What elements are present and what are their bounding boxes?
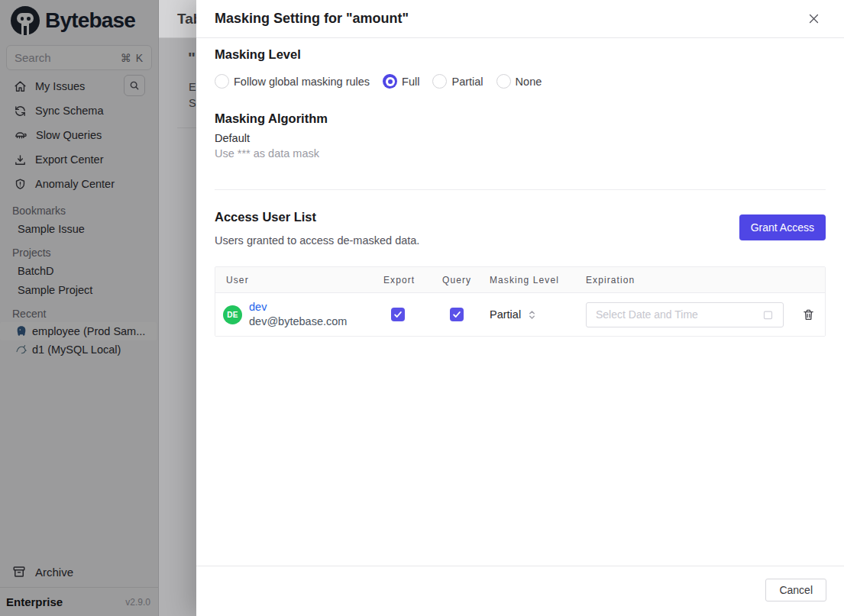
access-user-table: User Export Query Masking Level Expirati… <box>215 266 826 337</box>
close-icon <box>807 12 820 25</box>
radio-icon-selected[interactable] <box>383 74 397 89</box>
user-name-link[interactable]: dev <box>249 300 347 314</box>
column-header-query: Query <box>442 275 490 285</box>
column-header-export: Export <box>383 275 442 285</box>
export-checkbox[interactable] <box>391 308 405 321</box>
grant-access-button[interactable]: Grant Access <box>739 214 826 240</box>
underlying-page-header: Tab <box>159 0 196 38</box>
underlying-text-fragment: " <box>188 49 196 67</box>
radio-label: Partial <box>451 76 483 88</box>
table-row: DE dev dev@bytebase.com <box>215 293 825 336</box>
underlying-page-title-fragment: Tab <box>159 11 196 27</box>
dialog-title: Masking Setting for "amount" <box>215 11 409 27</box>
radio-label: None <box>516 76 542 88</box>
masking-level-value: Partial <box>490 308 521 321</box>
masking-setting-dialog: Masking Setting for "amount" Masking Lev… <box>196 0 844 616</box>
radio-follow-global[interactable]: Follow global masking rules <box>215 74 370 89</box>
avatar: DE <box>223 305 242 324</box>
dialog-footer: Cancel <box>196 566 844 616</box>
algorithm-description: Use *** as data mask <box>215 147 826 160</box>
radio-icon[interactable] <box>215 74 229 89</box>
modal-dim-overlay[interactable] <box>0 0 159 616</box>
algorithm-name: Default <box>215 132 826 144</box>
dialog-header: Masking Setting for "amount" <box>196 0 844 38</box>
column-header-user: User <box>226 275 383 285</box>
underlying-page-body: " E S <box>159 38 196 616</box>
expiration-date-input-wrap[interactable] <box>586 302 784 327</box>
check-icon <box>452 310 461 319</box>
radio-full[interactable]: Full <box>383 74 419 89</box>
query-checkbox[interactable] <box>450 308 464 321</box>
access-user-list-header: Access User List Users granted to access… <box>215 210 826 247</box>
dialog-body: Masking Level Follow global masking rule… <box>196 38 844 566</box>
user-cell: DE dev dev@bytebase.com <box>223 300 383 329</box>
section-divider <box>215 189 826 190</box>
calendar-icon <box>762 309 774 321</box>
expiration-date-input[interactable] <box>596 308 741 321</box>
underlying-text-fragment: E <box>189 81 196 93</box>
radio-none[interactable]: None <box>496 74 542 89</box>
radio-icon[interactable] <box>496 74 511 89</box>
masking-algorithm-heading: Masking Algorithm <box>215 111 826 126</box>
delete-row-button[interactable] <box>791 305 825 324</box>
masking-level-radio-group: Follow global masking rules Full Partial… <box>215 74 826 89</box>
underlying-page-strip: Tab " E S <box>159 0 196 616</box>
underlying-text-fragment: S <box>189 97 196 109</box>
select-arrows-icon <box>528 310 536 320</box>
cancel-button[interactable]: Cancel <box>765 579 826 601</box>
access-user-list-subtitle: Users granted to access de-masked data. <box>215 234 419 247</box>
app-root: Bytebase ⌘ K My Issues Sync Schema Slow … <box>0 0 844 616</box>
close-button[interactable] <box>804 10 823 28</box>
check-icon <box>393 310 403 319</box>
masking-level-select[interactable]: Partial <box>490 308 586 321</box>
radio-label: Full <box>402 76 419 88</box>
masking-level-heading: Masking Level <box>215 47 826 62</box>
radio-partial[interactable]: Partial <box>432 74 483 89</box>
table-header-row: User Export Query Masking Level Expirati… <box>215 267 825 293</box>
column-header-expiration: Expiration <box>586 275 791 285</box>
radio-icon[interactable] <box>432 74 447 89</box>
column-header-masking-level: Masking Level <box>490 275 586 285</box>
access-user-list-heading: Access User List <box>215 210 419 224</box>
underlying-divider <box>177 127 196 128</box>
trash-icon <box>802 308 815 321</box>
user-email: dev@bytebase.com <box>249 314 347 329</box>
radio-label: Follow global masking rules <box>234 76 370 88</box>
